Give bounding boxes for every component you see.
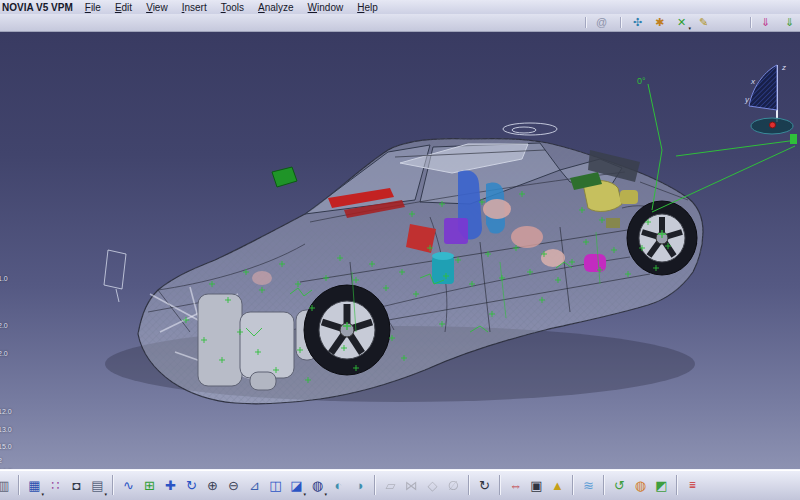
toolbar-separator	[676, 475, 678, 495]
apply-material-icon[interactable]: ◩	[651, 474, 672, 497]
tree-node-label[interactable]: 2.0	[0, 322, 8, 330]
menu-file[interactable]: File	[85, 2, 101, 13]
lock-icon[interactable]: ◘	[66, 474, 87, 497]
tree-node-label[interactable]: 12.0	[0, 408, 12, 416]
angle-annotation: 0°	[637, 76, 646, 86]
menu-analyze[interactable]: Analyze	[258, 2, 294, 13]
fly-mode-icon[interactable]: ∿	[118, 474, 139, 497]
multi-view-icon[interactable]: ◫	[265, 474, 286, 497]
sketch-quad	[104, 250, 126, 302]
toolbar-separator	[112, 475, 114, 495]
capture-icon[interactable]: ▣	[526, 474, 547, 497]
top-toolbar: @✣✱✕▾✎⇓⇓	[0, 14, 800, 32]
rotate-icon[interactable]: ↻	[181, 474, 202, 497]
vpm-navigator-icon[interactable]: ✣	[629, 15, 646, 29]
dropdown-caret: ▾	[41, 492, 44, 497]
doc-import-icon[interactable]: ⇓	[757, 15, 774, 29]
menu-edit[interactable]: Edit	[115, 2, 132, 13]
viewport-3d[interactable]: 0° z x y 1.02.02.012.013.015	[0, 31, 800, 470]
annotation-icon: ◇	[422, 474, 443, 497]
section-icon: ∅	[443, 474, 464, 497]
dropdown-caret: ▾	[303, 492, 306, 497]
dropdown-caret: ▾	[324, 492, 327, 497]
toolbar-separator	[18, 475, 20, 495]
bee-workbench-icon[interactable]: ✱	[651, 15, 668, 29]
app-title: NOVIA V5 VPM	[2, 2, 73, 13]
weight-icon[interactable]: ▲	[547, 474, 568, 497]
menu-help[interactable]: Help	[357, 2, 378, 13]
toolbar-separator	[499, 475, 501, 495]
swap-arrows-icon[interactable]: ⇔	[505, 474, 526, 497]
report-transition-icon[interactable]: ▤▾	[87, 474, 108, 497]
car-model-scene[interactable]: 0°	[0, 32, 800, 470]
compass-z-label: z	[781, 63, 786, 72]
tree-node-label[interactable]: 2	[0, 457, 2, 465]
coords-readout-icon[interactable]: ≣	[682, 474, 703, 497]
toolbar-separator	[620, 17, 622, 28]
tree-node-label[interactable]: 15.0	[0, 443, 12, 451]
tree-node-label[interactable]: 13.0	[0, 426, 12, 434]
sketch-ellipse	[503, 123, 557, 135]
dropdown-caret: ▾	[688, 26, 691, 31]
toolbar-separator	[585, 17, 587, 28]
ppr-links-icon[interactable]: ∷	[45, 474, 66, 497]
compass-widget[interactable]: z x y	[739, 60, 799, 145]
mirror-part	[272, 167, 297, 187]
car-model[interactable]: 0°	[104, 76, 797, 404]
compass-y-label: y	[744, 95, 750, 104]
doc-export-icon[interactable]: ⇓	[781, 15, 798, 29]
bottom-toolbar: ▥▦▾∷◘▤▾∿⊞✚↻⊕⊖⊿◫◪▾◍▾◐◑▱⋈◇∅↻⇔▣▲≋↺◍◩≣	[0, 469, 800, 500]
render-style-icon[interactable]: ◍▾	[307, 474, 328, 497]
knowledge-icon[interactable]: ◍	[630, 474, 651, 497]
menu-window[interactable]: Window	[308, 2, 344, 13]
fit-x-icon[interactable]: ✕▾	[673, 15, 690, 29]
menu-insert[interactable]: Insert	[182, 2, 207, 13]
layers-icon[interactable]: ≋	[578, 474, 599, 497]
toolbar-separator	[572, 475, 574, 495]
measure-between-icon: ▱	[380, 474, 401, 497]
swap-space-icon[interactable]: ◑	[349, 474, 370, 497]
hide-show-icon[interactable]: ◐	[328, 474, 349, 497]
normal-view-icon[interactable]: ⊿	[244, 474, 265, 497]
zoom-out-icon[interactable]: ⊖	[223, 474, 244, 497]
tree-node-label[interactable]: 1.0	[0, 275, 8, 283]
pan-icon[interactable]: ✚	[160, 474, 181, 497]
toolbar-separator	[468, 475, 470, 495]
menu-tools[interactable]: Tools	[221, 2, 244, 13]
measure-table-icon[interactable]: ▦▾	[24, 474, 45, 497]
menu-items: FileEditViewInsertToolsAnalyzeWindowHelp	[85, 2, 392, 13]
toolbar-separator	[374, 475, 376, 495]
star-edit-icon[interactable]: ✎	[695, 15, 712, 29]
dropdown-caret: ▾	[104, 492, 107, 497]
compass-center-dot[interactable]	[770, 122, 776, 128]
tree-node-label[interactable]: 2.0	[0, 350, 8, 358]
iso-view-icon[interactable]: ◪▾	[286, 474, 307, 497]
turntable-icon[interactable]: ↻	[474, 474, 495, 497]
measure-item-icon: ⋈	[401, 474, 422, 497]
clipped-icon[interactable]: ▥	[0, 474, 14, 497]
menu-view[interactable]: View	[146, 2, 168, 13]
zoom-in-icon[interactable]: ⊕	[202, 474, 223, 497]
update-icon[interactable]: ↺	[609, 474, 630, 497]
fit-all-in-icon[interactable]: ⊞	[139, 474, 160, 497]
powercopy-swirl-icon[interactable]: @	[593, 15, 610, 29]
compass-sail[interactable]	[749, 65, 777, 110]
menu-bar: NOVIA V5 VPM FileEditViewInsertToolsAnal…	[0, 0, 800, 15]
compass-x-label: x	[750, 77, 756, 86]
toolbar-separator	[750, 17, 752, 28]
toolbar-separator	[603, 475, 605, 495]
